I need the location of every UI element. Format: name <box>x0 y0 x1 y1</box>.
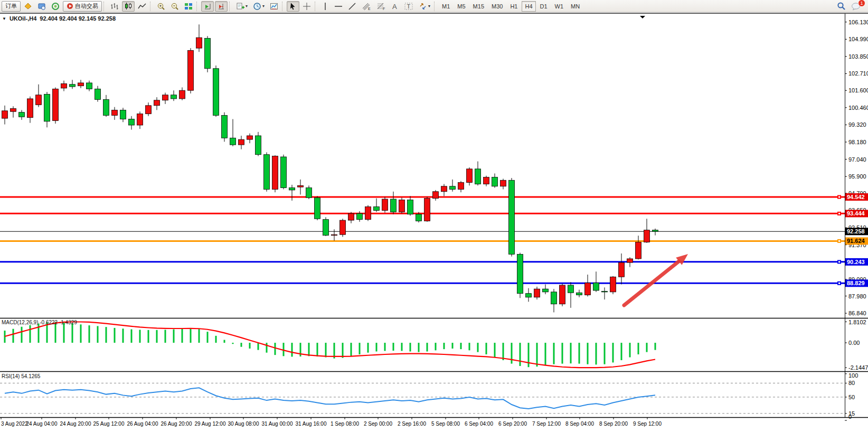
community-button[interactable] <box>22 1 34 12</box>
svg-text:6 Sep 04:00: 6 Sep 04:00 <box>465 421 493 427</box>
candle <box>171 95 177 99</box>
macd-signal-line <box>5 322 655 368</box>
candlestick-mode-button[interactable] <box>122 1 135 12</box>
svg-text:E: E <box>368 7 371 11</box>
candle <box>129 119 135 125</box>
candle <box>196 37 202 48</box>
candlestick-icon <box>124 2 133 11</box>
candle <box>137 114 143 125</box>
arrows-tool-button[interactable]: ▾ <box>417 1 432 12</box>
chart-area[interactable]: 106.130104.990103.850102.710101.600100.4… <box>0 0 868 432</box>
candle <box>602 291 608 292</box>
vertical-line-icon <box>322 2 329 11</box>
candle <box>95 89 101 99</box>
svg-text:102.710: 102.710 <box>848 70 868 77</box>
tile-windows-button[interactable] <box>182 1 195 12</box>
equidistant-channel-icon: E <box>362 2 371 11</box>
candle <box>627 259 633 262</box>
auto-scroll-button[interactable] <box>201 1 214 12</box>
svg-text:94.542: 94.542 <box>847 194 865 200</box>
candle <box>247 136 253 139</box>
chart-shift-button[interactable] <box>215 1 228 12</box>
tf-button-H4[interactable]: H4 <box>522 1 535 12</box>
hline-92.258[interactable]: 92.258 <box>0 228 868 235</box>
candle <box>180 90 185 99</box>
clock-icon <box>253 2 261 11</box>
channel-tool-button[interactable]: E <box>360 1 373 12</box>
tf-button-M30[interactable]: M30 <box>488 1 506 12</box>
ohlc-bars-icon <box>110 2 119 11</box>
svg-text:1.8102: 1.8102 <box>848 319 866 325</box>
candle <box>593 283 599 290</box>
ohlc-values: 92.404 92.404 92.145 92.258 <box>40 15 116 22</box>
timeframe-group: M1M5M15M30H1H4D1W1MN <box>438 1 583 12</box>
hline-88.829[interactable]: 88.829 <box>0 279 868 287</box>
tf-button-W1[interactable]: W1 <box>552 1 567 12</box>
new-indicator-button[interactable]: ▾ <box>234 1 250 12</box>
order-button[interactable]: 订单 <box>2 1 21 12</box>
hline-93.444[interactable]: 93.444 <box>0 210 868 217</box>
svg-text:99.320: 99.320 <box>848 121 866 128</box>
scroll-position-marker[interactable] <box>640 16 645 18</box>
candle <box>112 110 118 115</box>
autotrade-button[interactable]: 自动交易 <box>63 1 102 12</box>
search-button[interactable] <box>835 1 848 12</box>
signals-button[interactable] <box>49 1 62 12</box>
candle <box>332 234 337 236</box>
macd-label: MACD(12,26,9) -0.6222 -1.4329 <box>2 320 77 325</box>
autotrade-button-label: 自动交易 <box>75 2 98 10</box>
market-button[interactable] <box>35 1 48 12</box>
trendline-icon <box>348 2 356 11</box>
chart-properties-button[interactable] <box>268 1 280 12</box>
candle <box>374 206 380 210</box>
candle <box>298 185 304 187</box>
zoom-in-button[interactable] <box>155 1 167 12</box>
candle <box>27 99 33 118</box>
candle <box>70 84 76 87</box>
candle <box>357 213 363 219</box>
tf-button-MN[interactable]: MN <box>568 1 583 12</box>
fibonacci-tool-button[interactable]: F <box>374 1 388 12</box>
zoom-out-icon <box>171 2 179 11</box>
toolbar-separator <box>434 2 437 11</box>
bar-chart-mode-button[interactable] <box>108 1 121 12</box>
svg-text:103.850: 103.850 <box>848 53 868 60</box>
time-axis: 3 Aug 202224 Aug 04:0024 Aug 20:0025 Aug… <box>1 417 662 427</box>
svg-text:0: 0 <box>848 414 852 420</box>
candle <box>264 155 270 190</box>
hline-tool-button[interactable] <box>332 1 345 12</box>
hline-91.624[interactable]: 91.624 <box>0 237 868 245</box>
quote-line[interactable]: ▼ UKOil-,H4 92.404 92.404 92.145 92.258 <box>2 15 116 22</box>
toolbar-separator <box>196 2 200 11</box>
text-label-icon: T <box>404 2 413 11</box>
crosshair-tool-button[interactable] <box>300 1 313 12</box>
period-clock-button[interactable]: ▾ <box>251 1 267 12</box>
hline-90.243[interactable]: 90.243 <box>0 258 868 266</box>
line-chart-mode-button[interactable] <box>136 1 148 12</box>
order-button-label: 订单 <box>5 2 17 10</box>
tf-button-D1[interactable]: D1 <box>537 1 551 12</box>
svg-text:26 Aug 04:00: 26 Aug 04:00 <box>127 421 158 427</box>
label-tool-button[interactable]: T <box>402 1 416 12</box>
tf-button-M15[interactable]: M15 <box>470 1 487 12</box>
candle <box>154 100 160 106</box>
candle <box>585 283 591 295</box>
text-tool-button[interactable]: A <box>389 1 401 12</box>
chat-button[interactable]: 1 <box>849 1 863 12</box>
svg-text:98.180: 98.180 <box>848 139 866 145</box>
zoom-out-button[interactable] <box>168 1 181 12</box>
dropdown-caret-icon: ▾ <box>246 4 248 8</box>
cursor-tool-button[interactable] <box>287 1 299 12</box>
candle <box>272 156 278 190</box>
tf-button-M1[interactable]: M1 <box>439 1 453 12</box>
tf-button-H1[interactable]: H1 <box>507 1 521 12</box>
trendline-tool-button[interactable] <box>346 1 358 12</box>
candle <box>433 192 439 199</box>
svg-text:101.600: 101.600 <box>848 87 868 93</box>
dropdown-caret-icon: ▾ <box>428 4 430 8</box>
svg-text:30 Aug 08:00: 30 Aug 08:00 <box>228 421 259 427</box>
tf-button-M5[interactable]: M5 <box>454 1 468 12</box>
toolbar-separator <box>315 2 318 11</box>
candle <box>230 138 236 145</box>
vline-tool-button[interactable] <box>319 1 331 12</box>
